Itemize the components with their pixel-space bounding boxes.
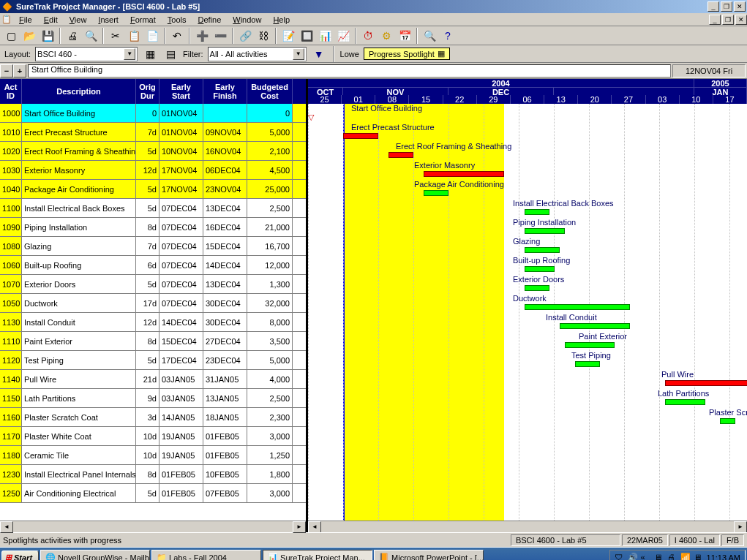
link-icon[interactable]: 🔗	[237, 28, 253, 44]
gantt-bar[interactable]	[424, 171, 504, 177]
cell-bc[interactable]: 3,000	[247, 484, 293, 502]
gantt-hscrollbar[interactable]	[308, 521, 747, 532]
table-row[interactable]: 1010Erect Precast Structure7d01NOV0409NO…	[0, 123, 306, 142]
cell-id[interactable]: 1250	[0, 484, 22, 502]
tray-icon[interactable]: 🖥	[694, 553, 704, 561]
collapse-button[interactable]: −	[0, 64, 13, 77]
cell-id[interactable]: 1090	[0, 218, 22, 236]
cell-ef[interactable]: 14DEC04	[203, 256, 247, 274]
cell-id[interactable]: 1060	[0, 256, 22, 274]
filter-combo[interactable]: All - All activities ▼	[208, 47, 307, 61]
taskbar-item[interactable]: 🌐Novell GroupWise - Mailbox	[40, 550, 150, 561]
cell-es[interactable]: 01FEB05	[159, 484, 203, 502]
gantt-bar[interactable]	[424, 190, 448, 196]
cell-desc[interactable]: Air Conditioning Electrical	[22, 484, 136, 502]
gantt-chart[interactable]: Start Office Building▽ Erect Precast Str…	[308, 104, 747, 521]
cell-id[interactable]: 1020	[0, 142, 22, 160]
cell-ef[interactable]: 23DEC04	[203, 351, 247, 369]
table-body[interactable]: 1000Start Office Building001NOV0401010Er…	[0, 104, 306, 521]
cell-bc[interactable]: 25,000	[247, 180, 293, 198]
cell-dur[interactable]: 6d	[136, 256, 159, 274]
col-orig-dur[interactable]: Orig Dur	[136, 79, 159, 104]
gantt-bar[interactable]	[665, 399, 705, 405]
cell-dur[interactable]: 9d	[136, 389, 159, 407]
cell-desc[interactable]: Ceramic Tile	[22, 446, 136, 464]
gantt-bar[interactable]	[720, 418, 735, 424]
col-description[interactable]: Description	[22, 79, 136, 104]
cell-ef[interactable]: 09NOV04	[203, 123, 247, 141]
taskbar-item[interactable]: 📁Labs - Fall 2004	[151, 550, 261, 561]
table-row[interactable]: 1050Ductwork17d07DEC0430DEC0432,000	[0, 294, 306, 313]
col-early-finish[interactable]: Early Finish	[203, 79, 247, 104]
cell-ef[interactable]: 30DEC04	[203, 313, 247, 331]
cell-edit-input[interactable]: Start Office Building	[28, 64, 671, 77]
tray-icon[interactable]: 🖨	[667, 553, 677, 561]
tray-icon[interactable]: 🛡	[615, 553, 625, 561]
gantt-bar[interactable]	[525, 209, 549, 215]
cell-dur[interactable]: 5d	[136, 142, 159, 160]
cell-bc[interactable]: 16,700	[247, 237, 293, 255]
gantt-bar[interactable]	[388, 152, 413, 158]
table-hscrollbar[interactable]	[0, 521, 306, 532]
table-row[interactable]: 1250Air Conditioning Electrical5d01FEB05…	[0, 484, 306, 503]
delete-icon[interactable]: ➖	[212, 28, 228, 44]
cell-id[interactable]: 1230	[0, 465, 22, 483]
expand-button[interactable]: +	[13, 64, 26, 77]
cell-bc[interactable]: 1,250	[247, 446, 293, 464]
level-icon[interactable]: ⚙	[378, 28, 394, 44]
cell-dur[interactable]: 8d	[136, 332, 159, 350]
table-row[interactable]: 1040Package Air Conditioning5d17NOV0423N…	[0, 180, 306, 199]
cell-dur[interactable]: 7d	[136, 123, 159, 141]
cell-id[interactable]: 1140	[0, 370, 22, 388]
mdi-restore-button[interactable]: ❐	[722, 15, 734, 25]
cell-desc[interactable]: Piping Installation	[22, 218, 136, 236]
close-button[interactable]: ✕	[734, 1, 746, 12]
taskbar-item[interactable]: 📙Microsoft PowerPoint - [...	[374, 550, 484, 561]
maximize-button[interactable]: ❐	[721, 1, 732, 12]
start-button[interactable]: ⊞ Start	[1, 550, 39, 560]
paste-icon[interactable]: 📄	[144, 28, 160, 44]
cell-ef[interactable]: 01FEB05	[203, 427, 247, 445]
schedule-icon[interactable]: ⏱	[360, 28, 376, 44]
gantt-bar[interactable]	[575, 361, 600, 367]
cell-ef[interactable]: 31JAN05	[203, 370, 247, 388]
cell-ef[interactable]: 01FEB05	[203, 446, 247, 464]
cell-es[interactable]: 07DEC04	[159, 275, 203, 293]
milestone-icon[interactable]: ▽	[308, 113, 314, 122]
cell-es[interactable]: 07DEC04	[159, 237, 203, 255]
cell-es[interactable]: 19JAN05	[159, 446, 203, 464]
cell-bc[interactable]: 5,000	[247, 351, 293, 369]
cell-desc[interactable]: Install Conduit	[22, 313, 136, 331]
taskbar-item[interactable]: 📊SureTrak Project Man...	[263, 550, 372, 561]
cell-desc[interactable]: Exterior Masonry	[22, 161, 136, 179]
gantt-bar[interactable]	[525, 266, 555, 272]
cell-bc[interactable]: 4,000	[247, 370, 293, 388]
cell-desc[interactable]: Erect Precast Structure	[22, 123, 136, 141]
layout-combo[interactable]: BSCI 460 - ▼	[35, 47, 138, 61]
cell-bc[interactable]: 4,500	[247, 161, 293, 179]
cell-id[interactable]: 1050	[0, 294, 22, 312]
copy-icon[interactable]: 📋	[126, 28, 142, 44]
gantt-bar[interactable]	[343, 133, 378, 139]
cell-bc[interactable]: 2,100	[247, 142, 293, 160]
insert-icon[interactable]: ➕	[194, 28, 210, 44]
gantt-bar[interactable]	[525, 304, 630, 310]
menu-view[interactable]: View	[64, 15, 93, 25]
form-icon[interactable]: 📝	[280, 28, 296, 44]
cell-dur[interactable]: 5d	[136, 484, 159, 502]
cell-id[interactable]: 1170	[0, 427, 22, 445]
cell-es[interactable]: 15DEC04	[159, 332, 203, 350]
open-icon[interactable]: 📂	[21, 28, 37, 44]
cell-desc[interactable]: Glazing	[22, 237, 136, 255]
cell-ef[interactable]: 23NOV04	[203, 180, 247, 198]
gantt-bar[interactable]	[565, 342, 615, 348]
zoom-icon[interactable]: 🔍	[421, 28, 438, 44]
chart-icon[interactable]: 📈	[335, 28, 351, 44]
cut-icon[interactable]: ✂	[108, 28, 124, 44]
cell-desc[interactable]: Install Electrical Panel Internals	[22, 465, 136, 483]
layout-icon-1[interactable]: ▦	[142, 46, 158, 62]
new-icon[interactable]: ▢	[3, 28, 19, 44]
cell-dur[interactable]: 5d	[136, 351, 159, 369]
cell-bc[interactable]: 1,300	[247, 275, 293, 293]
cell-es[interactable]: 03JAN05	[159, 389, 203, 407]
